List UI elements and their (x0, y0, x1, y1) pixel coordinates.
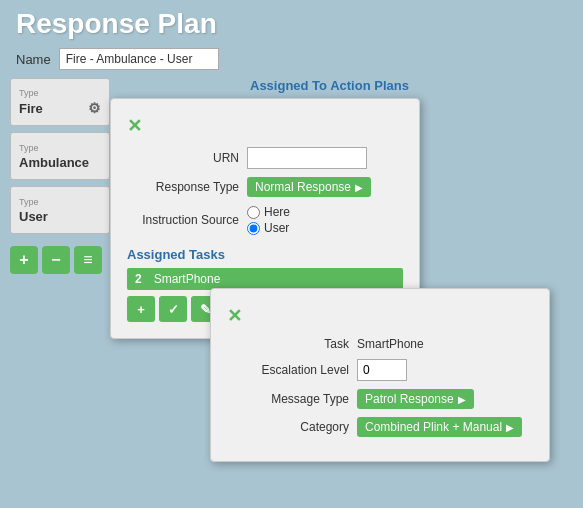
category-dropdown[interactable]: Combined Plink + Manual ▶ (357, 417, 522, 437)
remove-type-button[interactable]: − (42, 246, 70, 274)
response-type-row: Response Type Normal Response ▶ (127, 177, 403, 197)
task-name: SmartPhone (154, 272, 221, 286)
escalation-label: Escalation Level (227, 363, 357, 377)
instruction-source-label: Instruction Source (127, 213, 247, 227)
message-type-row: Message Type Patrol Response ▶ (227, 389, 533, 409)
type-card-user[interactable]: Type User (10, 186, 110, 234)
task-detail-modal: ✕ Task SmartPhone Escalation Level Messa… (210, 288, 550, 462)
response-type-value: Normal Response (255, 180, 351, 194)
category-arrow-icon: ▶ (506, 422, 514, 433)
main-area: Type Fire ⚙ Type Ambulance Type User + −… (10, 78, 573, 468)
assigned-tasks-title: Assigned Tasks (127, 247, 403, 262)
urn-row: URN (127, 147, 403, 169)
escalation-row: Escalation Level (227, 359, 533, 381)
task-row[interactable]: 2 SmartPhone (127, 268, 403, 290)
response-type-dropdown[interactable]: Normal Response ▶ (247, 177, 371, 197)
urn-label: URN (127, 151, 247, 165)
task-detail-value: SmartPhone (357, 337, 424, 351)
instruction-here-radio[interactable] (247, 206, 260, 219)
type-card-fire-value: Fire ⚙ (19, 100, 101, 116)
instruction-user-label: User (264, 221, 289, 235)
type-card-ambulance-header: Type (19, 143, 101, 153)
instruction-user-option[interactable]: User (247, 221, 290, 235)
message-type-label: Message Type (227, 392, 357, 406)
task-detail-label: Task (227, 337, 357, 351)
response-type-arrow-icon: ▶ (355, 182, 363, 193)
task-detail-row: Task SmartPhone (227, 337, 533, 351)
instruction-source-row: Instruction Source Here User (127, 205, 403, 235)
message-type-arrow-icon: ▶ (458, 394, 466, 405)
task-number: 2 (135, 272, 142, 286)
type-card-user-value: User (19, 209, 101, 224)
instruction-here-label: Here (264, 205, 290, 219)
response-type-label: Response Type (127, 180, 247, 194)
category-label: Category (227, 420, 357, 434)
instruction-here-option[interactable]: Here (247, 205, 290, 219)
category-value: Combined Plink + Manual (365, 420, 502, 434)
name-row: Name (0, 44, 583, 78)
urn-input[interactable] (247, 147, 367, 169)
instruction-source-group: Here User (247, 205, 290, 235)
modal1-close-button[interactable]: ✕ (127, 115, 142, 137)
modal2-close-button[interactable]: ✕ (227, 305, 242, 327)
type-card-fire[interactable]: Type Fire ⚙ (10, 78, 110, 126)
left-panel-buttons: + − ≡ (10, 246, 110, 274)
assigned-action-plans-title: Assigned To Action Plans (250, 78, 450, 93)
add-task-button[interactable]: + (127, 296, 155, 322)
other-type-button[interactable]: ≡ (74, 246, 102, 274)
type-card-fire-header: Type (19, 88, 101, 98)
type-card-ambulance-value: Ambulance (19, 155, 101, 170)
left-panel: Type Fire ⚙ Type Ambulance Type User + −… (10, 78, 110, 274)
message-type-value: Patrol Response (365, 392, 454, 406)
confirm-task-button[interactable]: ✓ (159, 296, 187, 322)
type-card-ambulance[interactable]: Type Ambulance (10, 132, 110, 180)
add-type-button[interactable]: + (10, 246, 38, 274)
instruction-user-radio[interactable] (247, 222, 260, 235)
name-input[interactable] (59, 48, 219, 70)
name-label: Name (16, 52, 51, 67)
gear-icon[interactable]: ⚙ (88, 100, 101, 116)
category-row: Category Combined Plink + Manual ▶ (227, 417, 533, 437)
page-title: Response Plan (0, 0, 583, 44)
message-type-dropdown[interactable]: Patrol Response ▶ (357, 389, 474, 409)
type-card-user-header: Type (19, 197, 101, 207)
escalation-input[interactable] (357, 359, 407, 381)
